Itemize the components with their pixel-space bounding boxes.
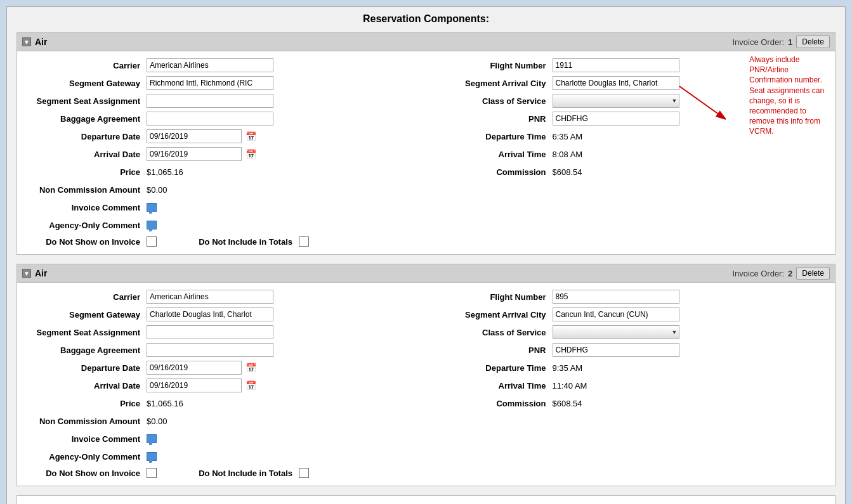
- commission-label-2: Commission: [436, 399, 550, 408]
- departure-date-input-2[interactable]: [147, 361, 242, 375]
- seat-assignment-input-2[interactable]: [147, 325, 273, 339]
- commission-label-1: Commission: [436, 167, 550, 177]
- invoice-comment-icon-2[interactable]: [147, 434, 157, 443]
- invoice-order-num-2: 2: [788, 269, 792, 278]
- agency-comment-label-1: Agency-Only Comment: [30, 221, 144, 230]
- baggage-input-2[interactable]: [147, 343, 273, 357]
- departure-time-value-2: 9:35 AM: [553, 363, 583, 373]
- arrival-date-calendar-1[interactable]: 📅: [244, 148, 257, 160]
- price-row-2: Price $1,065.16: [30, 396, 417, 411]
- segment-arrival-label-1: Segment Arrival City: [436, 79, 550, 88]
- segment-2-form-grid: Carrier Segment Gateway Segment Seat Ass…: [30, 289, 822, 464]
- invoice-comment-label-2: Invoice Comment: [30, 434, 144, 444]
- invoice-comment-row-1: Invoice Comment: [30, 200, 417, 215]
- invoice-order-label-2: Invoice Order:: [732, 269, 784, 278]
- segment-1-header-left: ▼ Air: [22, 37, 47, 47]
- segment-2-bottom-row: Do Not Show on Invoice Do Not Include in…: [30, 468, 822, 478]
- do-not-show-checkbox-2[interactable]: [147, 468, 157, 478]
- segment-2-left-col: Carrier Segment Gateway Segment Seat Ass…: [30, 289, 417, 464]
- departure-date-calendar-1[interactable]: 📅: [244, 130, 257, 143]
- seat-assignment-input-1[interactable]: [147, 94, 273, 108]
- class-of-service-label-2: Class of Service: [436, 328, 550, 337]
- segment-2-body: Carrier Segment Gateway Segment Seat Ass…: [17, 283, 835, 486]
- arrival-date-row-2: Arrival Date 📅: [30, 378, 417, 393]
- arrival-date-input-1[interactable]: [147, 147, 242, 161]
- price-label-2: Price: [30, 399, 144, 408]
- arrival-time-label-1: Arrival Time: [436, 150, 550, 159]
- page-wrapper: Reservation Components: ▼ Air Invoice Or…: [6, 6, 846, 504]
- segment-1-header-right: Invoice Order: 1 Delete: [732, 36, 830, 48]
- segment-arrival-input-2[interactable]: [553, 307, 679, 321]
- commission-row-1: Commission $608.54: [436, 164, 823, 179]
- departure-time-label-1: Departure Time: [436, 132, 550, 141]
- arrival-time-value-2: 11:40 AM: [553, 381, 587, 391]
- class-of-service-select-wrapper-1: [553, 94, 679, 108]
- arrival-date-calendar-2[interactable]: 📅: [244, 379, 257, 392]
- price-value-1: $1,065.16: [147, 167, 183, 177]
- commission-value-2: $608.54: [553, 399, 582, 408]
- page-title: Reservation Components:: [16, 13, 836, 25]
- departure-time-value-1: 6:35 AM: [553, 132, 583, 141]
- flight-number-input-2[interactable]: [553, 290, 679, 304]
- svg-line-0: [679, 86, 724, 118]
- invoice-order-num-1: 1: [788, 37, 792, 47]
- pnr-label-1: PNR: [436, 114, 550, 124]
- agency-comment-icon-1[interactable]: [147, 221, 157, 229]
- collapse-icon-2[interactable]: ▼: [22, 269, 31, 278]
- price-label-1: Price: [30, 167, 144, 177]
- do-not-show-label-2: Do Not Show on Invoice: [30, 468, 144, 478]
- do-not-show-row-2: Do Not Show on Invoice: [30, 468, 157, 478]
- arrival-date-input-2[interactable]: [147, 378, 242, 392]
- flight-number-label-2: Flight Number: [436, 292, 550, 302]
- baggage-row-2: Baggage Agreement: [30, 342, 417, 358]
- segment-2-right-col: Flight Number Segment Arrival City Class…: [436, 289, 823, 464]
- segment-1-bottom-row: Do Not Show on Invoice Do Not Include in…: [30, 236, 822, 247]
- partial-section-3: [16, 495, 836, 504]
- segment-gateway-row-2: Segment Gateway: [30, 307, 417, 322]
- departure-date-calendar-2[interactable]: 📅: [244, 361, 257, 374]
- pnr-input-2[interactable]: [553, 343, 679, 357]
- agency-comment-row-1: Agency-Only Comment: [30, 217, 417, 233]
- delete-button-2[interactable]: Delete: [796, 267, 830, 280]
- segment-gateway-input-2[interactable]: [147, 307, 273, 321]
- carrier-input-1[interactable]: [147, 58, 273, 72]
- class-of-service-label-1: Class of Service: [436, 96, 550, 106]
- flight-number-input-1[interactable]: [553, 58, 679, 72]
- commission-value-1: $608.54: [553, 167, 582, 177]
- seat-assignment-label-2: Segment Seat Assignment: [30, 328, 144, 337]
- do-not-include-label-1: Do Not Include in Totals: [182, 237, 296, 247]
- segment-arrival-input-1[interactable]: [553, 76, 679, 90]
- seat-assignment-row-2: Segment Seat Assignment: [30, 325, 417, 340]
- departure-time-row-2: Departure Time 9:35 AM: [436, 360, 823, 375]
- pnr-input-1[interactable]: [553, 112, 679, 126]
- agency-comment-label-2: Agency-Only Comment: [30, 452, 144, 462]
- segment-1-title: Air: [35, 37, 47, 47]
- segment-2-header-right: Invoice Order: 2 Delete: [732, 267, 830, 280]
- air-segment-1: ▼ Air Invoice Order: 1 Delete: [16, 32, 836, 255]
- do-not-show-checkbox-1[interactable]: [147, 236, 157, 247]
- collapse-icon-1[interactable]: ▼: [22, 37, 31, 46]
- agency-comment-icon-2[interactable]: [147, 452, 157, 461]
- do-not-include-checkbox-2[interactable]: [299, 468, 309, 478]
- delete-button-1[interactable]: Delete: [796, 36, 830, 48]
- departure-date-label-1: Departure Date: [30, 132, 144, 141]
- segment-1-header: ▼ Air Invoice Order: 1 Delete: [17, 33, 835, 51]
- carrier-input-2[interactable]: [147, 290, 273, 304]
- carrier-row-1: Carrier: [30, 58, 417, 73]
- baggage-label-2: Baggage Agreement: [30, 346, 144, 355]
- class-of-service-select-1[interactable]: [553, 94, 679, 108]
- segment-gateway-input-1[interactable]: [147, 76, 273, 90]
- arrival-time-value-1: 8:08 AM: [553, 150, 583, 159]
- invoice-comment-icon-1[interactable]: [147, 203, 157, 212]
- class-of-service-select-2[interactable]: [553, 325, 679, 339]
- arrow-svg: [673, 80, 756, 131]
- do-not-show-row-1: Do Not Show on Invoice: [30, 236, 157, 247]
- segment-2-header-left: ▼ Air: [22, 268, 47, 278]
- do-not-include-checkbox-1[interactable]: [299, 236, 309, 247]
- baggage-input-1[interactable]: [147, 112, 273, 126]
- departure-date-input-1[interactable]: [147, 129, 242, 143]
- non-commission-value-2: $0.00: [147, 417, 167, 426]
- arrival-date-row-1: Arrival Date 📅: [30, 146, 417, 162]
- non-commission-row-1: Non Commission Amount $0.00: [30, 182, 417, 197]
- do-not-include-row-2: Do Not Include in Totals: [182, 468, 309, 478]
